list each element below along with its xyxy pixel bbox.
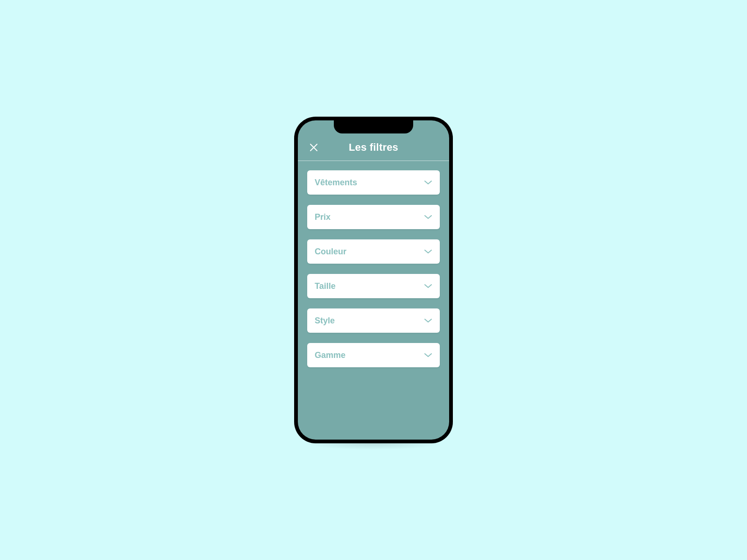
filter-label: Gamme xyxy=(315,350,345,360)
filter-label: Prix xyxy=(315,212,331,222)
close-icon xyxy=(310,143,318,152)
filter-row-prix[interactable]: Prix xyxy=(307,205,440,229)
phone-mockup: Les filtres Vêtements Prix Couleur xyxy=(294,117,453,443)
filter-label: Vêtements xyxy=(315,178,357,188)
chevron-down-icon xyxy=(424,352,432,358)
close-button[interactable] xyxy=(307,141,320,154)
filter-row-taille[interactable]: Taille xyxy=(307,274,440,298)
chevron-down-icon xyxy=(424,214,432,220)
phone-notch xyxy=(334,120,413,133)
filter-label: Taille xyxy=(315,281,336,291)
chevron-down-icon xyxy=(424,249,432,254)
phone-frame: Les filtres Vêtements Prix Couleur xyxy=(294,117,453,443)
chevron-down-icon xyxy=(424,283,432,289)
filter-label: Couleur xyxy=(315,247,346,257)
phone-screen: Les filtres Vêtements Prix Couleur xyxy=(298,120,449,440)
filter-row-couleur[interactable]: Couleur xyxy=(307,239,440,264)
filter-row-style[interactable]: Style xyxy=(307,308,440,333)
chevron-down-icon xyxy=(424,180,432,185)
chevron-down-icon xyxy=(424,318,432,323)
filter-label: Style xyxy=(315,316,335,326)
filter-row-gamme[interactable]: Gamme xyxy=(307,343,440,367)
page-title: Les filtres xyxy=(349,141,398,154)
filter-row-vetements[interactable]: Vêtements xyxy=(307,170,440,195)
filters-list: Vêtements Prix Couleur xyxy=(298,161,449,367)
